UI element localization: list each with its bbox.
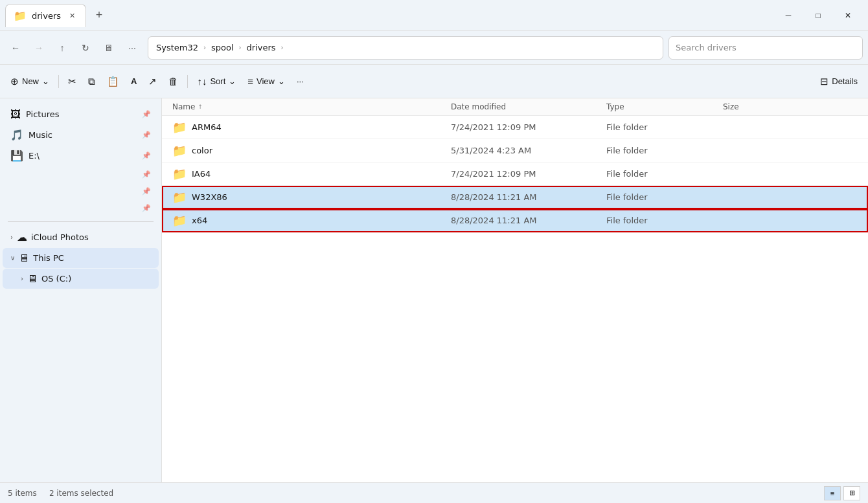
sidebar-pin-4[interactable]: 📌 — [3, 166, 159, 183]
sort-icon: ↑↓ — [197, 76, 207, 87]
folder-icon: 📁 — [172, 190, 187, 204]
forward-button[interactable]: → — [29, 38, 49, 58]
sidebar-divider — [8, 221, 154, 222]
file-date-cell: 8/28/2024 11:21 AM — [451, 192, 606, 202]
tab-folder-icon: 📁 — [14, 10, 27, 22]
search-bar[interactable]: Search drivers — [668, 36, 863, 60]
folder-icon: 📁 — [172, 144, 187, 157]
file-name-cell: 📁 color — [172, 144, 451, 157]
share-button[interactable]: ↗ — [143, 71, 162, 93]
sidebar-label-icloud: iCloud Photos — [31, 232, 89, 242]
title-bar-left: 📁 drivers ✕ + — [5, 4, 773, 27]
sidebar-item-this-pc[interactable]: ∨ 🖥 This PC — [3, 248, 159, 268]
thispc-expand-arrow: ∨ — [10, 254, 15, 262]
breadcrumb-system32[interactable]: System32 — [154, 41, 201, 54]
e-drive-pin-icon: 📌 — [142, 151, 151, 160]
details-icon: ⊟ — [820, 76, 828, 87]
sidebar-item-pictures[interactable]: 🖼 Pictures 📌 — [3, 104, 159, 124]
back-button[interactable]: ← — [5, 38, 26, 58]
search-placeholder: Search drivers — [676, 43, 737, 52]
rename-button[interactable]: A — [126, 71, 142, 93]
table-row[interactable]: 📁 ARM64 7/24/2021 12:09 PM File folder — [162, 116, 868, 139]
breadcrumb-spool[interactable]: spool — [209, 41, 236, 54]
music-pin-icon: 📌 — [142, 131, 151, 139]
sidebar-item-icloud[interactable]: › ☁ iCloud Photos — [3, 227, 159, 247]
status-bar: 5 items 2 items selected ≡ ⊞ — [0, 482, 868, 503]
new-label: New — [22, 76, 39, 86]
sidebar-pin-6[interactable]: 📌 — [3, 200, 159, 216]
copy-icon: ⧉ — [88, 76, 95, 87]
new-tab-button[interactable]: + — [89, 5, 109, 26]
e-drive-icon: 💾 — [10, 150, 23, 162]
file-rows-container: 📁 ARM64 7/24/2021 12:09 PM File folder 📁… — [162, 116, 868, 232]
delete-button[interactable]: 🗑 — [163, 71, 183, 93]
sort-button[interactable]: ↑↓ Sort ⌄ — [192, 71, 241, 93]
cut-icon: ✂ — [68, 76, 76, 87]
paste-icon: 📋 — [107, 76, 119, 87]
table-row[interactable]: 📁 color 5/31/2024 4:23 AM File folder — [162, 139, 868, 162]
sidebar-label-music: Music — [29, 130, 52, 140]
file-name-text: IA64 — [192, 169, 211, 179]
column-headers: Name ↑ Date modified Type Size — [162, 98, 868, 116]
file-name-cell: 📁 IA64 — [172, 167, 451, 181]
pin6-icon: 📌 — [142, 204, 151, 212]
view-button[interactable]: ≡ View ⌄ — [242, 71, 290, 93]
more-button[interactable]: ··· — [291, 71, 309, 93]
details-button[interactable]: ⊟ Details — [815, 71, 863, 93]
table-row[interactable]: 📁 IA64 7/24/2021 12:09 PM File folder — [162, 162, 868, 186]
sort-chevron: ⌄ — [229, 76, 236, 86]
cut-button[interactable]: ✂ — [63, 71, 82, 93]
tab-close-button[interactable]: ✕ — [66, 10, 78, 21]
grid-view-toggle[interactable]: ⊞ — [843, 486, 860, 500]
file-type-cell: File folder — [606, 146, 723, 155]
more-locations-button[interactable]: ··· — [122, 38, 143, 58]
toolbar-sep-2 — [187, 75, 188, 88]
osdrive-expand-arrow: › — [21, 275, 23, 282]
icloud-expand-arrow: › — [10, 234, 13, 241]
breadcrumb-sep-1: › — [203, 44, 206, 51]
share-icon: ↗ — [148, 76, 157, 87]
file-date-cell: 5/31/2024 4:23 AM — [451, 146, 606, 155]
table-row[interactable]: 📁 W32X86 8/28/2024 11:21 AM File folder — [162, 186, 868, 209]
file-type-cell: File folder — [606, 192, 723, 202]
refresh-button[interactable]: ↻ — [75, 38, 96, 58]
paste-button[interactable]: 📋 — [102, 71, 124, 93]
icloud-icon: ☁ — [17, 231, 27, 243]
col-header-date[interactable]: Date modified — [451, 102, 606, 111]
new-button[interactable]: ⊕ New ⌄ — [5, 71, 54, 93]
copy-button[interactable]: ⧉ — [83, 71, 100, 93]
new-icon: ⊕ — [10, 76, 19, 87]
folder-icon: 📁 — [172, 120, 187, 134]
breadcrumb-sep-2: › — [239, 44, 242, 51]
view-label: View — [257, 76, 275, 86]
details-view-toggle[interactable]: ≡ — [824, 486, 841, 500]
col-header-name[interactable]: Name ↑ — [172, 102, 451, 111]
file-type-cell: File folder — [606, 169, 723, 179]
location-button[interactable]: 🖥 — [98, 38, 119, 58]
toolbar: ⊕ New ⌄ ✂ ⧉ 📋 A ↗ 🗑 ↑↓ Sort ⌄ ≡ View ⌄ ·… — [0, 65, 868, 98]
sidebar-item-music[interactable]: 🎵 Music 📌 — [3, 125, 159, 145]
new-chevron: ⌄ — [42, 76, 49, 86]
breadcrumb-drivers[interactable]: drivers — [244, 41, 279, 54]
toolbar-sep-1 — [58, 75, 59, 88]
file-name-text: ARM64 — [192, 122, 222, 132]
col-header-type[interactable]: Type — [606, 102, 723, 111]
tab-title: drivers — [32, 11, 61, 21]
pin5-icon: 📌 — [142, 187, 151, 196]
active-tab[interactable]: 📁 drivers ✕ — [5, 4, 86, 27]
table-row[interactable]: 📁 x64 8/28/2024 11:21 AM File folder — [162, 209, 868, 232]
close-button[interactable]: ✕ — [833, 5, 863, 26]
sidebar-item-e-drive[interactable]: 💾 E:\ 📌 — [3, 146, 159, 166]
sidebar-item-os-drive[interactable]: › 🖥 OS (C:) — [3, 269, 159, 289]
file-name-text: color — [192, 146, 212, 155]
breadcrumb-bar: System32 › spool › drivers › — [148, 36, 663, 60]
sidebar-pin-5[interactable]: 📌 — [3, 183, 159, 199]
sidebar-label-e-drive: E:\ — [29, 151, 40, 161]
main-area: 🖼 Pictures 📌 🎵 Music 📌 💾 E:\ 📌 📌 📌 📌 › ☁ — [0, 98, 868, 482]
up-button[interactable]: ↑ — [52, 38, 73, 58]
col-header-size[interactable]: Size — [723, 102, 858, 111]
pictures-pin-icon: 📌 — [142, 110, 151, 118]
maximize-button[interactable]: □ — [803, 5, 833, 26]
breadcrumb-sep-3: › — [281, 44, 284, 51]
minimize-button[interactable]: ─ — [773, 5, 803, 26]
